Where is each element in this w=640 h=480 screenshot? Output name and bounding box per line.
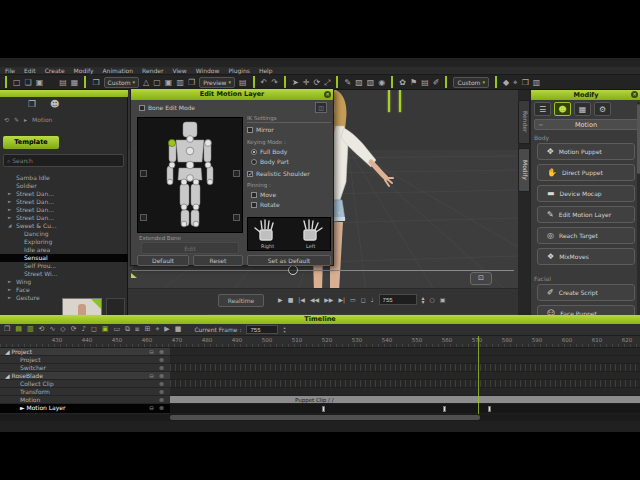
- realistic-shoulder-checkbox[interactable]: Realistic Shoulder: [247, 170, 331, 177]
- timeline-header[interactable]: Timeline: [0, 315, 640, 324]
- current-frame-field[interactable]: [246, 325, 278, 334]
- menu-modify[interactable]: Modify: [74, 67, 94, 74]
- tab-template[interactable]: Template: [3, 136, 59, 149]
- magnet-icon[interactable]: ◇: [60, 324, 65, 335]
- flag-icon[interactable]: ⚑: [410, 76, 417, 89]
- avatar-icon[interactable]: ▤: [59, 76, 67, 89]
- tree-item-street-dan-[interactable]: ►Street Dan...: [0, 206, 128, 214]
- open-project-icon[interactable]: ❏: [25, 76, 32, 89]
- layer-icon[interactable]: ▥: [533, 76, 541, 89]
- selected-joint-shoulder[interactable]: [168, 139, 175, 146]
- range-icon[interactable]: ▭: [113, 324, 120, 335]
- camera-view-icon[interactable]: ▣: [440, 296, 446, 303]
- tree-item-street-wi-[interactable]: Street Wi...: [0, 270, 128, 278]
- track-mute-icon[interactable]: ⊖: [149, 372, 154, 380]
- track-mute-icon[interactable]: ⊖: [149, 348, 154, 356]
- keyframe-marker[interactable]: [488, 406, 491, 412]
- scrollbar-thumb[interactable]: [170, 415, 480, 420]
- track-delete-icon[interactable]: ⊗: [159, 380, 164, 388]
- prop-icon[interactable]: △: [143, 76, 149, 89]
- new-project-icon[interactable]: □: [13, 76, 21, 89]
- refresh-icon[interactable]: ⟲: [4, 116, 9, 123]
- tree-item-exploring[interactable]: Exploring: [0, 238, 128, 246]
- loop-icon[interactable]: ⟲: [39, 324, 45, 335]
- timeline-playhead[interactable]: [478, 336, 479, 426]
- custom-dropdown[interactable]: Custom▾: [104, 77, 140, 88]
- track-delete-icon[interactable]: ⊗: [159, 388, 164, 396]
- track-header-project[interactable]: ◢ Project⊖⊗: [0, 348, 170, 356]
- custom-tools-dropdown[interactable]: Custom▾: [453, 77, 489, 88]
- redo-icon[interactable]: ↷: [271, 76, 278, 89]
- link-icon[interactable]: ◆: [503, 76, 509, 89]
- track-header-project[interactable]: Project⊗: [0, 356, 170, 364]
- timeline-folder-icon[interactable]: ❐: [4, 324, 10, 335]
- speech-button[interactable]: ◻: [361, 296, 366, 303]
- body-part-radio[interactable]: Body Part: [251, 158, 331, 165]
- track-content-motion[interactable]: Puppet Clip / /: [170, 396, 640, 404]
- menu-view[interactable]: View: [172, 67, 186, 74]
- motion-section-header[interactable]: − Motion: [534, 119, 638, 130]
- chevron-right-icon[interactable]: ►: [8, 278, 11, 286]
- tree-item-sweet-cu-[interactable]: ◢Sweet & Cu...: [0, 222, 128, 230]
- menu-create[interactable]: Create: [45, 67, 65, 74]
- menu-window[interactable]: Window: [196, 67, 220, 74]
- timeline-scrollbar[interactable]: [0, 414, 640, 421]
- tree-item-dancing[interactable]: Dancing: [0, 230, 128, 238]
- tree-item-sensual[interactable]: Sensual: [0, 254, 128, 262]
- fit-view-button[interactable]: ⊡: [470, 272, 492, 285]
- tree-item-samba-idle[interactable]: Samba Idle: [0, 174, 128, 182]
- track-content-transform[interactable]: [170, 388, 640, 396]
- track-delete-icon[interactable]: ⊗: [159, 404, 164, 412]
- pin-hand-right-icon[interactable]: [233, 170, 240, 177]
- edit-icon[interactable]: ✎: [14, 116, 19, 123]
- track-delete-icon[interactable]: ⊗: [159, 348, 164, 356]
- edit-motion-layer-button[interactable]: ✎Edit Motion Layer: [537, 206, 635, 223]
- track-header-collect-clip[interactable]: Collect Clip⊗: [0, 380, 170, 388]
- content-manager-icon[interactable]: ❒: [92, 76, 99, 89]
- keyframe-marker[interactable]: [322, 406, 325, 412]
- avatar-icon[interactable]: ☻: [50, 99, 59, 109]
- terrain-icon[interactable]: ✿: [399, 76, 406, 89]
- clip-view-icon[interactable]: ▥: [27, 324, 34, 335]
- spin-down-icon[interactable]: ▾: [422, 300, 425, 304]
- mirror-checkbox[interactable]: Mirror: [247, 126, 331, 133]
- tree-item-idle-area[interactable]: Idle area: [0, 246, 128, 254]
- track-header-roseblade[interactable]: ◢ RoseBlade⊖⊗: [0, 372, 170, 380]
- grid-tab-icon[interactable]: ▦: [574, 102, 591, 116]
- chevron-right-icon[interactable]: ►: [8, 198, 11, 206]
- track-header-transform[interactable]: Transform⊗: [0, 388, 170, 396]
- chevron-right-icon[interactable]: ►: [8, 214, 11, 222]
- music-icon[interactable]: ♪: [82, 324, 86, 335]
- pin-rotate-checkbox[interactable]: Rotate: [251, 201, 331, 208]
- clip-label[interactable]: Puppet Clip / /: [295, 396, 334, 404]
- track-delete-icon[interactable]: ⊗: [159, 372, 164, 380]
- zoom-region-icon[interactable]: ⌖: [155, 324, 159, 335]
- next-frame-button[interactable]: ▶▶: [324, 296, 333, 303]
- clip-icon[interactable]: ▣: [102, 324, 109, 335]
- set-icon-2[interactable]: ▣: [165, 76, 173, 89]
- tl-stop-button[interactable]: ■: [175, 324, 182, 335]
- clipboard-icon[interactable]: ▤: [421, 76, 429, 89]
- add-avatar-icon[interactable]: ▦: [71, 76, 79, 89]
- chevron-right-icon[interactable]: ►: [8, 294, 11, 302]
- time-slider-knob[interactable]: [288, 265, 298, 275]
- track-header-motion[interactable]: Motion⊗: [0, 396, 170, 404]
- frame-number-field[interactable]: [379, 294, 417, 305]
- folder-icon[interactable]: ❐: [28, 99, 36, 109]
- dock-tab-render[interactable]: Render: [518, 100, 530, 144]
- chevron-down-icon[interactable]: ◢: [8, 222, 11, 230]
- track-list-icon[interactable]: ▤: [15, 324, 22, 335]
- pin-foot-right-icon[interactable]: [233, 214, 240, 221]
- track-header-motion-layer[interactable]: ► Motion Layer⊖⊗: [0, 404, 170, 414]
- image-icon[interactable]: ▧: [367, 76, 375, 89]
- mixer-tab-icon[interactable]: ☰: [534, 102, 551, 116]
- pin-hand-left-icon[interactable]: [140, 170, 147, 177]
- default-button[interactable]: Default: [137, 255, 189, 266]
- create-script-button[interactable]: ✐Create Script: [537, 284, 635, 301]
- prev-frame-button[interactable]: ◀◀: [310, 296, 319, 303]
- tree-item-self-prou-[interactable]: Self Prou...: [0, 262, 128, 270]
- tree-item-face[interactable]: ►Face: [0, 286, 128, 294]
- collapse-icon[interactable]: −: [538, 120, 543, 130]
- track-mute-icon[interactable]: ⊖: [149, 404, 154, 412]
- track-content-roseblade[interactable]: [170, 372, 640, 380]
